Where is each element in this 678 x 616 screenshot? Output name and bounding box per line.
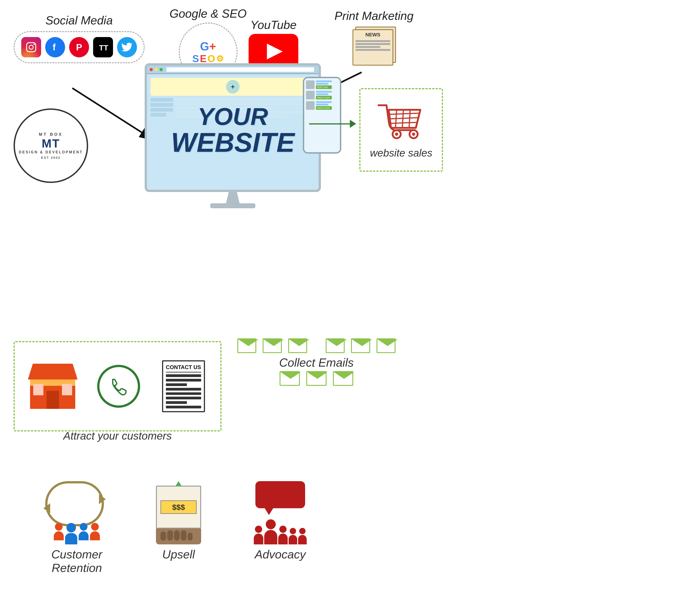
svg-text:TT: TT — [99, 43, 109, 52]
email-icon-9 — [333, 371, 353, 386]
customer-retention-item: CustomerRetention — [45, 481, 109, 575]
pinterest-icon: P — [69, 37, 89, 57]
mt-box-logo: MT BOX MT DESIGN & DEVELOPMENT EST 2002 — [13, 109, 88, 183]
arrow-head — [350, 120, 356, 128]
monitor-stand — [226, 192, 239, 203]
contact-line-4 — [166, 388, 201, 391]
upsell-book: $$$ — [156, 486, 201, 529]
svg-rect-24 — [160, 532, 166, 540]
contact-us-title: CONTACT US — [166, 364, 201, 372]
shopping-cart-icon — [376, 101, 426, 143]
youtube-label: YouTube — [249, 18, 298, 32]
retention-arrows — [45, 481, 109, 526]
website-text: WEBSITE — [171, 129, 295, 156]
upsell-label: Upsell — [162, 547, 195, 561]
monitor-hero: + — [151, 78, 315, 96]
dot-red — [150, 68, 153, 71]
contact-line-6 — [166, 397, 201, 399]
attract-box: CONTACT US Attract your customers — [13, 341, 222, 432]
arrow-to-cart — [309, 120, 356, 128]
email-icon-8 — [306, 371, 327, 386]
svg-point-6 — [29, 45, 33, 49]
store-window-left — [33, 384, 43, 395]
monitor-url-bar — [166, 67, 314, 72]
email-icon-4 — [326, 338, 345, 353]
add-to-cart-btn-3[interactable]: Add to Cart — [316, 106, 332, 110]
adv-person-center — [264, 519, 277, 544]
person-3 — [79, 523, 88, 544]
attract-customers-label: Attract your customers — [63, 429, 172, 442]
email-icon-2 — [263, 338, 281, 353]
logo-subtitle: DESIGN & DEVELOPMENT — [19, 149, 83, 155]
svg-line-15 — [391, 122, 416, 123]
person-2 — [65, 523, 77, 544]
email-icon-3 — [288, 338, 307, 353]
svg-line-13 — [390, 113, 419, 114]
twitter-icon — [117, 37, 137, 57]
social-media-cluster: Social Media f P TT — [13, 13, 145, 63]
print-marketing-label: Print Marketing — [335, 9, 414, 23]
contact-line-8 — [166, 406, 201, 408]
store-icon — [30, 364, 75, 409]
retention-icon — [45, 481, 109, 544]
svg-line-14 — [390, 118, 418, 119]
advocacy-label: Advocacy — [255, 547, 306, 561]
newspaper-text-main: NEWS — [353, 30, 392, 38]
people-icons — [54, 523, 100, 544]
upsell-icon: $$$ — [149, 481, 208, 544]
svg-point-20 — [395, 133, 398, 136]
contact-line-3 — [166, 383, 187, 386]
advocacy-people — [254, 519, 307, 544]
svg-rect-25 — [167, 530, 173, 540]
google-seo-label: Google & SEO — [170, 7, 247, 20]
contact-line-1 — [166, 374, 201, 377]
email-icon-5 — [351, 338, 370, 353]
newspaper-icon: NEWS NEWS — [350, 25, 398, 69]
contact-line-5 — [166, 393, 201, 395]
youtube-play-icon — [267, 44, 283, 59]
svg-text:P: P — [76, 42, 82, 52]
add-to-cart-btn-1[interactable]: ADD Cart — [316, 85, 332, 89]
retention-label: CustomerRetention — [51, 547, 102, 575]
email-icon-6 — [377, 338, 396, 353]
upsell-money-text: $$$ — [160, 500, 197, 514]
website-sales-label: website sales — [370, 147, 432, 159]
adv-person-3 — [289, 528, 297, 544]
google-plus-icon: G+ — [200, 40, 216, 53]
arrow-line — [309, 123, 350, 124]
upsell-item: $$$ Upsell — [149, 481, 208, 561]
monitor-hero-icon: + — [226, 80, 239, 93]
youtube-cluster: YouTube — [249, 18, 298, 69]
person-1 — [54, 523, 64, 544]
arrow-curved-top — [45, 481, 104, 504]
print-marketing-cluster: Print Marketing NEWS NEWS — [335, 9, 414, 69]
email-icon-7 — [279, 371, 300, 386]
phone-call-icon — [97, 365, 140, 408]
store-body — [30, 379, 75, 409]
email-collect-cluster: Collect Emails — [237, 337, 396, 387]
social-bubble: f P TT — [13, 31, 145, 63]
add-to-cart-btn-2[interactable]: Add to Cart — [316, 96, 332, 99]
email-row-top — [237, 338, 396, 353]
email-row-bot — [237, 371, 396, 386]
svg-line-17 — [402, 109, 404, 128]
monitor: + YOUR WEBSITE — [145, 63, 321, 192]
seo-gear-icon: ⚙ — [216, 54, 224, 64]
svg-line-16 — [396, 109, 397, 128]
svg-rect-26 — [174, 530, 180, 540]
svg-rect-27 — [181, 530, 186, 540]
tiktok-icon: TT — [93, 37, 113, 57]
store-window-right — [62, 384, 72, 395]
phone-screen: ADD Cart Add to Cart Add to Cart — [304, 78, 340, 152]
monitor-base — [210, 203, 255, 208]
monitor-body: + — [147, 74, 319, 123]
dot-green — [159, 68, 163, 71]
collect-emails-label: Collect Emails — [237, 356, 396, 369]
seo-label: SEO ⚙ — [192, 53, 224, 65]
monitor-wrap: + YOUR WEBSITE — [131, 63, 335, 208]
instagram-icon — [21, 37, 41, 57]
speech-bubble — [255, 481, 305, 508]
logo-est: EST 2002 — [19, 155, 83, 160]
social-media-label: Social Media — [13, 13, 145, 27]
adv-person-1 — [254, 526, 263, 544]
